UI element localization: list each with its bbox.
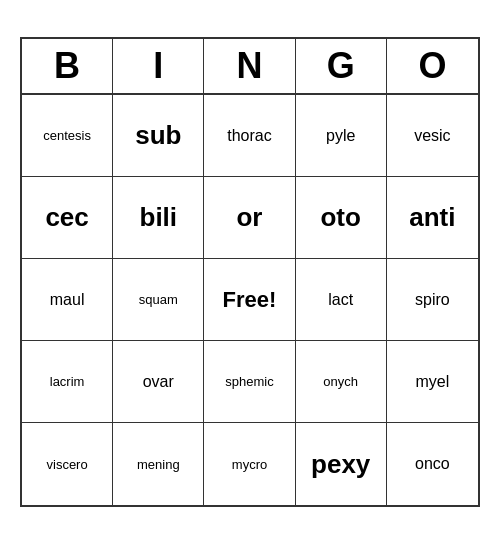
bingo-cell: sub: [113, 95, 204, 177]
bingo-cell: anti: [387, 177, 478, 259]
bingo-card: BINGO centesissubthoracpylevesiccecbilio…: [20, 37, 480, 507]
bingo-cell: squam: [113, 259, 204, 341]
bingo-cell: ovar: [113, 341, 204, 423]
header-letter: B: [22, 39, 113, 93]
bingo-grid: centesissubthoracpylevesiccecbiliorotoan…: [22, 95, 478, 505]
bingo-cell: centesis: [22, 95, 113, 177]
bingo-cell: sphemic: [204, 341, 295, 423]
bingo-cell: onco: [387, 423, 478, 505]
bingo-cell: pyle: [296, 95, 387, 177]
bingo-cell: pexy: [296, 423, 387, 505]
header-letter: G: [296, 39, 387, 93]
bingo-cell: bili: [113, 177, 204, 259]
bingo-cell: mening: [113, 423, 204, 505]
header-letter: N: [204, 39, 295, 93]
bingo-cell: vesic: [387, 95, 478, 177]
bingo-header: BINGO: [22, 39, 478, 95]
bingo-cell: viscero: [22, 423, 113, 505]
bingo-cell: oto: [296, 177, 387, 259]
header-letter: O: [387, 39, 478, 93]
bingo-cell: onych: [296, 341, 387, 423]
bingo-cell: mycro: [204, 423, 295, 505]
bingo-cell: maul: [22, 259, 113, 341]
header-letter: I: [113, 39, 204, 93]
bingo-cell: cec: [22, 177, 113, 259]
bingo-cell: lact: [296, 259, 387, 341]
bingo-cell: spiro: [387, 259, 478, 341]
bingo-cell: lacrim: [22, 341, 113, 423]
bingo-cell: or: [204, 177, 295, 259]
bingo-cell: Free!: [204, 259, 295, 341]
bingo-cell: thorac: [204, 95, 295, 177]
bingo-cell: myel: [387, 341, 478, 423]
